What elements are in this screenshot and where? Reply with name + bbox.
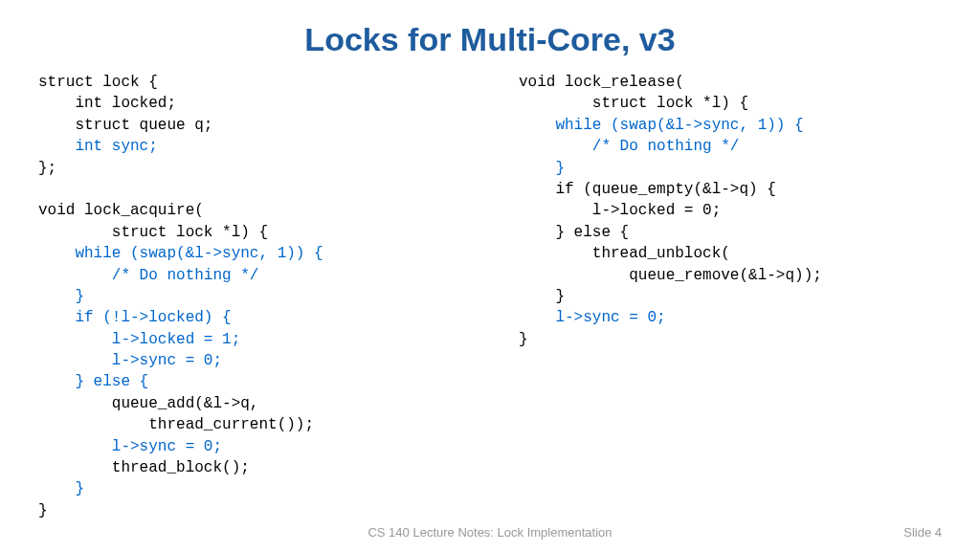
code-line: l->locked = 0;	[519, 202, 721, 219]
code-line-highlight: l->sync = 0;	[112, 438, 222, 455]
code-line: } else {	[519, 224, 629, 241]
code-indent	[38, 245, 75, 262]
code-line: struct lock {	[38, 74, 158, 91]
code-line-highlight: l->sync = 0;	[555, 309, 665, 326]
code-indent	[38, 438, 112, 455]
code-right: void lock_release( struct lock *l) { whi…	[519, 72, 942, 521]
code-indent	[38, 480, 75, 497]
code-line: void lock_acquire(	[38, 202, 204, 219]
code-line-highlight: }	[555, 160, 565, 177]
code-line: queue_remove(&l->q));	[519, 267, 822, 284]
footer-center: CS 140 Lecture Notes: Lock Implementatio…	[368, 525, 612, 540]
code-line-highlight: while (swap(&l->sync, 1)) {	[75, 245, 323, 262]
code-indent	[519, 117, 555, 134]
code-line-highlight: l->sync = 0;	[112, 352, 222, 369]
code-line: void lock_release(	[519, 74, 684, 91]
code-line-highlight: while (swap(&l->sync, 1)) {	[555, 117, 803, 134]
code-line: };	[38, 160, 56, 177]
footer-right: Slide 4	[903, 525, 942, 540]
code-indent	[38, 373, 75, 390]
code-indent	[519, 138, 592, 155]
code-line-highlight: if (!l->locked) {	[75, 309, 231, 326]
code-line-highlight: }	[75, 480, 84, 497]
code-line: }	[519, 288, 565, 305]
code-columns: struct lock { int locked; struct queue q…	[0, 72, 980, 521]
code-indent	[38, 288, 75, 305]
code-left: struct lock { int locked; struct queue q…	[38, 72, 461, 521]
code-indent	[38, 352, 112, 369]
code-line-highlight: int sync;	[38, 138, 158, 155]
code-indent	[519, 160, 555, 177]
code-line-highlight: } else {	[75, 373, 148, 390]
code-line: thread_block();	[38, 459, 250, 476]
slide-footer: CS 140 Lecture Notes: Lock Implementatio…	[0, 525, 980, 540]
code-indent	[38, 331, 112, 348]
code-line: int locked;	[38, 95, 176, 112]
code-line: struct lock *l) {	[38, 224, 268, 241]
code-line: if (queue_empty(&l->q) {	[519, 181, 776, 198]
code-line-highlight: l->locked = 1;	[112, 331, 240, 348]
code-indent	[519, 309, 555, 326]
code-line: }	[519, 331, 528, 348]
code-indent	[38, 267, 112, 284]
code-line-highlight: /* Do nothing */	[112, 267, 259, 284]
code-line: struct queue q;	[38, 117, 212, 134]
code-line-highlight: /* Do nothing */	[592, 138, 740, 155]
code-line: struct lock *l) {	[519, 95, 748, 112]
code-line: queue_add(&l->q,	[38, 395, 258, 412]
code-line: thread_unblock(	[519, 245, 730, 262]
code-line-highlight: }	[75, 288, 84, 305]
code-indent	[38, 309, 75, 326]
slide-title: Locks for Multi-Core, v3	[0, 0, 980, 72]
code-line: thread_current());	[38, 416, 314, 433]
code-line: }	[38, 502, 48, 519]
